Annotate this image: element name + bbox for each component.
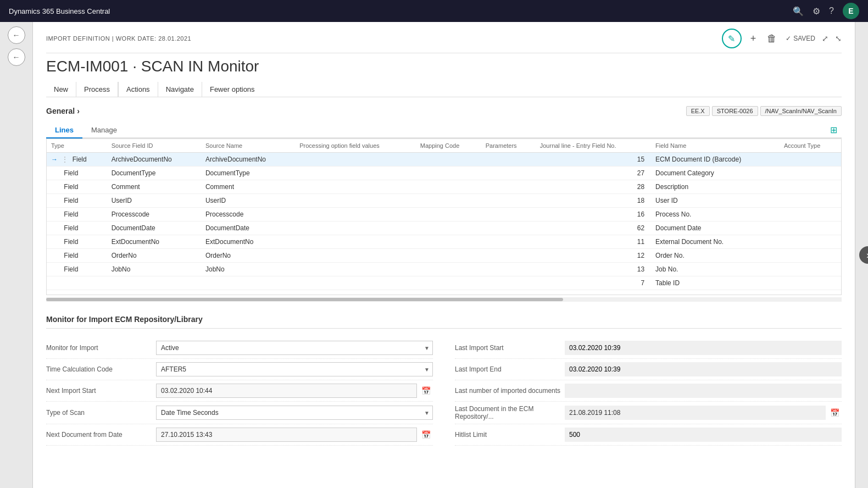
expand-button-2[interactable]: ⤡ — [835, 34, 842, 43]
form-select[interactable]: Active — [156, 341, 433, 355]
form-row-right-3: Last Document in the ECM Repository/... … — [455, 402, 842, 424]
cell-type: ⋮ Field — [47, 221, 107, 235]
calendar-button[interactable]: 📅 — [419, 385, 433, 396]
table-row[interactable]: ⋮ Field OrderNo OrderNo 12 Order No. — [47, 249, 841, 263]
cell-parameters — [481, 180, 536, 194]
table-scrollbar[interactable] — [46, 297, 842, 302]
cell-account-type — [780, 180, 841, 194]
form-row-left-2: Next Import Start 📅 — [46, 380, 433, 402]
cell-source-field-id — [107, 276, 201, 290]
monitor-form-grid: Monitor for Import Active ▼ Last Import … — [46, 337, 842, 446]
cell-account-type — [780, 249, 841, 263]
cell-parameters — [481, 276, 536, 290]
cell-source-field-id: Comment — [107, 180, 201, 194]
grid-icon[interactable]: ⊞ — [830, 125, 837, 135]
edit-button[interactable]: ✎ — [722, 29, 742, 48]
cell-field-name: External Document No. — [651, 235, 780, 249]
cell-type: → ⋮ Field — [47, 153, 107, 167]
menu-fewer-options[interactable]: Fewer options — [202, 82, 263, 97]
cell-journal-field-no: 27 — [536, 167, 651, 180]
menu-new[interactable]: New — [46, 82, 76, 97]
delete-icon: 🗑 — [767, 33, 777, 45]
table-row[interactable]: ⋮ Field JobNo JobNo 13 Job No. — [47, 263, 841, 276]
cell-account-type — [780, 208, 841, 221]
table-row[interactable]: ⋮ Field DocumentDate DocumentDate 62 Doc… — [47, 221, 841, 235]
cell-source-name: DocumentType — [201, 167, 295, 180]
tag-eex: EE.X — [686, 106, 710, 116]
table-row[interactable]: ⋮ 7 Table ID — [47, 276, 841, 290]
table-row[interactable]: ⋮ Field Comment Comment 28 Description — [47, 180, 841, 194]
expand-button[interactable]: ⤢ — [822, 34, 828, 43]
cell-journal-field-no: 15 — [536, 153, 651, 167]
cell-mapping-code — [416, 263, 481, 276]
general-section-title[interactable]: General › — [46, 107, 80, 115]
table-row[interactable]: ⋮ Field DocumentType DocumentType 27 Doc… — [47, 167, 841, 180]
expand-panel-button[interactable]: › — [859, 246, 868, 264]
cell-source-field-id: ExtDocumentNo — [107, 235, 201, 249]
cell-source-field-id: DocumentType — [107, 167, 201, 180]
table-row[interactable]: ⋮ Field UserID UserID 18 User ID — [47, 194, 841, 208]
date-input[interactable] — [156, 428, 417, 442]
menu-navigate[interactable]: Navigate — [158, 82, 202, 97]
cell-proc-opt — [295, 167, 416, 180]
cell-source-field-id: UserID — [107, 194, 201, 208]
form-value: Active ▼ — [156, 341, 433, 355]
cell-mapping-code — [416, 235, 481, 249]
back-button-2[interactable]: ← — [8, 48, 25, 66]
cell-field-name: Description — [651, 180, 780, 194]
breadcrumb: IMPORT DEFINITION | WORK DATE: 28.01.202… — [46, 35, 722, 42]
delete-button[interactable]: 🗑 — [765, 31, 779, 47]
form-select[interactable]: AFTER5 — [156, 362, 433, 376]
main-content: IMPORT DEFINITION | WORK DATE: 28.01.202… — [33, 22, 855, 488]
cell-proc-opt — [295, 249, 416, 263]
help-icon[interactable]: ? — [829, 6, 834, 16]
drag-handle[interactable]: ⋮ — [62, 156, 68, 163]
page-header-bar: IMPORT DEFINITION | WORK DATE: 28.01.202… — [46, 29, 842, 53]
tab-lines[interactable]: Lines — [46, 123, 82, 138]
table-row[interactable]: → ⋮ Field ArchiveDocumentNo ArchiveDocum… — [47, 153, 841, 167]
form-row-left-4: Next Document from Date 📅 — [46, 424, 433, 446]
form-label: Next Import Start — [46, 387, 156, 395]
saved-status: ✓ SAVED — [786, 35, 815, 42]
cell-account-type — [780, 221, 841, 235]
cell-journal-field-no: 16 — [536, 208, 651, 221]
cell-journal-field-no: 18 — [536, 194, 651, 208]
cell-source-name: JobNo — [201, 263, 295, 276]
form-label: Last Import End — [455, 365, 565, 373]
back-button-1[interactable]: ← — [8, 26, 25, 44]
col-journal-field: Journal line - Entry Field No. — [536, 139, 651, 153]
back-arrow-icon-2: ← — [13, 53, 20, 62]
tab-manage[interactable]: Manage — [82, 123, 126, 138]
search-icon[interactable]: 🔍 — [793, 6, 804, 16]
select-wrapper: AFTER5 ▼ — [156, 362, 433, 376]
cell-mapping-code — [416, 180, 481, 194]
cell-source-field-id: JobNo — [107, 263, 201, 276]
date-input[interactable] — [156, 384, 417, 398]
add-button[interactable]: + — [748, 31, 759, 47]
menu-process[interactable]: Process — [76, 82, 118, 97]
edit-icon: ✎ — [728, 34, 735, 44]
topbar: Dynamics 365 Business Central 🔍 ⚙ ? E — [0, 0, 868, 22]
avatar[interactable]: E — [843, 3, 859, 19]
menu-actions[interactable]: Actions — [119, 82, 158, 97]
form-row-right-2: Last number of imported documents — [455, 380, 842, 402]
form-row-left-0: Monitor for Import Active ▼ — [46, 337, 433, 359]
calendar-button[interactable]: 📅 — [419, 429, 433, 440]
select-wrapper: Date Time Seconds ▼ — [156, 406, 433, 420]
form-select[interactable]: Date Time Seconds — [156, 406, 433, 420]
calendar-button[interactable]: 📅 — [828, 407, 842, 418]
cell-parameters — [481, 263, 536, 276]
cell-account-type — [780, 276, 841, 290]
gear-icon[interactable]: ⚙ — [813, 6, 820, 16]
cell-type: ⋮ — [47, 276, 107, 290]
col-source-field-id: Source Field ID — [107, 139, 201, 153]
cell-proc-opt — [295, 208, 416, 221]
table-row[interactable]: ⋮ Field ExtDocumentNo ExtDocumentNo 11 E… — [47, 235, 841, 249]
col-account-type: Account Type — [780, 139, 841, 153]
table-row[interactable]: ⋮ Field Processcode Processcode 16 Proce… — [47, 208, 841, 221]
expand-icon: ⤢ — [822, 34, 828, 43]
checkmark-icon: ✓ — [786, 35, 791, 42]
cell-field-name: Process No. — [651, 208, 780, 221]
cell-parameters — [481, 235, 536, 249]
date-input-wrapper: 📅 — [156, 384, 433, 398]
